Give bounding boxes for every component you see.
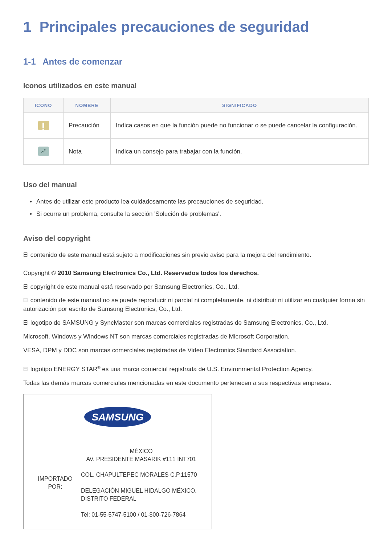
list-item: Antes de utilizar este producto lea cuid…	[30, 197, 369, 206]
icons-th-icon: ICONO	[24, 98, 64, 113]
svg-text:SAMSUNG: SAMSUNG	[91, 411, 143, 423]
table-row: Nota Indica un consejo para trabajar con…	[24, 139, 369, 165]
note-icon	[38, 147, 49, 156]
copyright-p3: El contenido de este manual no se puede …	[23, 296, 369, 313]
importer-addr2: COL. CHAPULTEPEC MORALES C.P.11570	[79, 467, 204, 483]
list-item: Si ocurre un problema, consulte la secci…	[30, 209, 369, 219]
importer-table: IMPORTADO POR: MÉXICO AV. PRESIDENTE MAS…	[32, 444, 204, 522]
importer-country-addr1: MÉXICO AV. PRESIDENTE MASARIK #111 INT70…	[79, 444, 204, 467]
copyright-line: Copyright © 2010 Samsung Electronics Co.…	[23, 269, 369, 278]
importer-label: IMPORTADO POR:	[32, 444, 79, 522]
icon-name: Nota	[64, 139, 111, 165]
energy-pre: El logotipo ENERGY STAR	[23, 366, 97, 373]
chapter-number: 1	[23, 19, 31, 35]
importer-addr3: DELEGACIÓN MIGUEL HIDALGO MÉXICO. DISTRI…	[79, 483, 204, 507]
copyright-p4: El logotipo de SAMSUNG y SyncMaster son …	[23, 319, 369, 327]
chapter-title: 1 Principales precauciones de seguridad	[23, 19, 369, 39]
section-title: 1-1 Antes de comenzar	[23, 57, 369, 69]
copyright-p6: VESA, DPM y DDC son marcas comerciales r…	[23, 346, 369, 355]
energy-sup: ®	[97, 365, 100, 369]
usage-section: Uso del manual Antes de utilizar este pr…	[23, 181, 369, 218]
copyright-heading: Aviso del copyright	[23, 234, 369, 243]
usage-heading: Uso del manual	[23, 181, 369, 189]
copyright-energy: El logotipo ENERGY STAR® es una marca co…	[23, 365, 369, 373]
importer-tel: Tel: 01-55-5747-5100 / 01-800-726-7864	[79, 507, 204, 522]
importer-box: SAMSUNG IMPORTADO POR: MÉXICO AV. PRESID…	[23, 394, 212, 529]
icons-th-name: NOMBRE	[64, 98, 111, 113]
copyright-p1: El contenido de este manual está sujeto …	[23, 251, 369, 259]
caution-icon	[38, 121, 49, 130]
copyright-p8: Todas las demás marcas comerciales menci…	[23, 379, 369, 387]
section-title-text: Antes de comenzar	[42, 57, 122, 66]
section-number: 1-1	[23, 57, 36, 66]
table-row: Precaución Indica casos en que la funció…	[24, 113, 369, 139]
copyright-p2: El copyright de este manual está reserva…	[23, 283, 369, 291]
icon-name: Precaución	[64, 113, 111, 139]
icon-meaning: Indica casos en que la función puede no …	[111, 113, 369, 139]
copyright-section: Aviso del copyright El contenido de este…	[23, 234, 369, 529]
icon-meaning: Indica un consejo para trabajar con la f…	[111, 139, 369, 165]
chapter-title-text: Principales precauciones de seguridad	[40, 19, 309, 35]
samsung-logo-icon: SAMSUNG	[83, 406, 152, 429]
copyright-prefix: Copyright ©	[23, 270, 58, 276]
energy-post: es una marca comercial registrada de U.S…	[101, 366, 313, 373]
icons-section: Iconos utilizados en este manual ICONO N…	[23, 82, 369, 165]
icons-heading: Iconos utilizados en este manual	[23, 82, 369, 90]
icons-table: ICONO NOMBRE SIGNIFICADO Precaución Indi…	[23, 98, 369, 165]
usage-bullets: Antes de utilizar este producto lea cuid…	[23, 197, 369, 218]
icons-th-meaning: SIGNIFICADO	[111, 98, 369, 113]
copyright-bold: 2010 Samsung Electronics Co., Ltd. Reser…	[58, 270, 259, 276]
copyright-p5: Microsoft, Windows y Windows NT son marc…	[23, 332, 369, 341]
